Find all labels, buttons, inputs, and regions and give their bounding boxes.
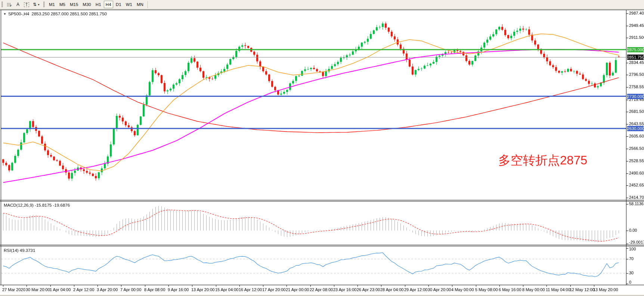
time-tick-label: 7 Apr 00:00 [120, 287, 141, 292]
time-tick-label: 15 Apr 04:00 [215, 287, 238, 292]
arrows-tool-icon[interactable]: ⇅ ▼ [31, 1, 42, 9]
toolbar-separator [148, 1, 148, 8]
price-badge: 2851.750 [627, 55, 644, 60]
time-tick-label: 28 Apr 04:00 [380, 287, 403, 292]
price-badge: 2630.000 [627, 126, 644, 131]
time-tick-label: 29 Apr 12:00 [404, 287, 427, 292]
time-tick-label: 6 May 16:00 [499, 287, 521, 292]
price-tick-label: 2452.650 [629, 183, 644, 187]
time-tick-label: 13 May 20:00 [593, 287, 618, 292]
rsi-tick-label: 100 [629, 247, 636, 251]
price-tick-label: 2681.500 [629, 109, 644, 114]
timeframe-button-h1[interactable]: H1 [94, 1, 103, 8]
price-badge: 2730.000 [627, 94, 644, 99]
price-tick-label: 2490.600 [629, 171, 644, 175]
time-tick-label: 8 Apr 08:00 [144, 287, 165, 292]
dropdown-icon[interactable]: ▼ [3, 12, 6, 16]
arrows-glyph: ⇅ [33, 2, 37, 7]
time-tick-label: 22 Apr 08:00 [310, 287, 333, 292]
price-tick-label: 2414.700 [629, 195, 644, 200]
grid-icon[interactable]: F [5, 1, 14, 9]
timeframe-button-h4[interactable]: H4 [104, 1, 113, 8]
price-tick-label: 2834.450 [629, 60, 644, 65]
rsi-tick-label: 0 [629, 280, 631, 284]
time-tick-label: 3 Apr 20:00 [97, 287, 118, 292]
macd-tick-label: 58.1136 [629, 201, 644, 206]
grid-f-label: F [10, 4, 12, 7]
time-tick-label: 9 Apr 16:00 [168, 287, 189, 292]
text-tool-icon[interactable]: T [22, 1, 31, 9]
font-tool-icon[interactable]: A [14, 1, 22, 9]
time-tick-label: 8 May 00:00 [522, 287, 545, 292]
rsi-label: RSI(14) 49.3731 [4, 248, 35, 253]
time-tick-label: 2 Apr 12:00 [73, 287, 94, 292]
price-tick-label: 2796.500 [629, 72, 644, 77]
time-tick-label: 1 Apr 04:00 [50, 287, 71, 292]
macd-tick-label: 0.00 [629, 228, 637, 232]
time-tick-label: 4 May 00:00 [451, 287, 474, 292]
rsi-tick-label: 70 [629, 256, 634, 261]
timeframe-button-m30[interactable]: M30 [81, 1, 93, 8]
timeframe-button-m5[interactable]: M5 [58, 1, 67, 8]
time-tick-label: 12 May 12:00 [570, 287, 595, 292]
price-tick-label: 2566.500 [629, 146, 644, 151]
price-tick-label: 2605.600 [629, 134, 644, 138]
chart-canvas[interactable] [0, 0, 644, 296]
price-tick-label: 2987.400 [629, 11, 644, 15]
time-tick-label: 17 Apr 20:00 [262, 287, 285, 292]
time-tick-label: 27 Mar 2020 [2, 287, 25, 292]
annotation-text: 多空转折点2875 [498, 152, 587, 169]
time-tick-label: 5 May 08:00 [475, 287, 498, 292]
time-tick-label: 16 Apr 12:00 [239, 287, 262, 292]
time-tick-label: 23 Apr 16:00 [333, 287, 356, 292]
chart-symbol-header: ▼ SP500-,H4 2853.250 2857.000 2851.500 2… [3, 12, 107, 16]
timeframe-button-m15[interactable]: M15 [68, 1, 80, 8]
rsi-tick-label: 30 [629, 271, 634, 275]
price-tick-label: 2528.550 [629, 158, 644, 163]
time-tick-label: 26 Apr 23:00 [357, 287, 380, 292]
chart-ohlc-text: SP500-,H4 2853.250 2857.000 2851.500 285… [8, 12, 107, 16]
time-tick-label: 11 May 04:00 [546, 287, 570, 292]
timeframe-button-mn[interactable]: MN [135, 1, 145, 8]
time-tick-label: 30 Apr 20:00 [428, 287, 451, 292]
macd-tick-label: -29.0017 [629, 240, 644, 244]
price-tick-label: 2758.550 [629, 84, 644, 89]
price-tick-label: 2949.450 [629, 23, 644, 28]
price-badge: 2875.000 [627, 47, 644, 52]
time-tick-label: 21 Apr 00:00 [286, 287, 309, 292]
timeframe-toolbar: M1M5M15M30H1H4D1W1MN [47, 1, 146, 8]
price-tick-label: 2643.550 [629, 121, 644, 126]
price-tick-label: 2911.500 [629, 35, 644, 40]
time-tick-label: 30 Mar 20:00 [26, 287, 50, 292]
chevron-down-icon: ▼ [37, 3, 40, 6]
timeframe-button-w1[interactable]: W1 [124, 1, 134, 8]
toolbar-grip[interactable] [1, 1, 3, 7]
macd-label: MACD(12,26,9) -15.8175 -19.6876 [4, 203, 70, 207]
toolbar-grip[interactable] [43, 1, 45, 7]
toolbar: F A T ⇅ ▼ M1M5M15M30H1H4D1W1MN [0, 0, 644, 9]
timeframe-button-d1[interactable]: D1 [114, 1, 123, 8]
timeframe-button-m1[interactable]: M1 [47, 1, 57, 8]
time-tick-label: 13 Apr 20:00 [191, 287, 214, 292]
